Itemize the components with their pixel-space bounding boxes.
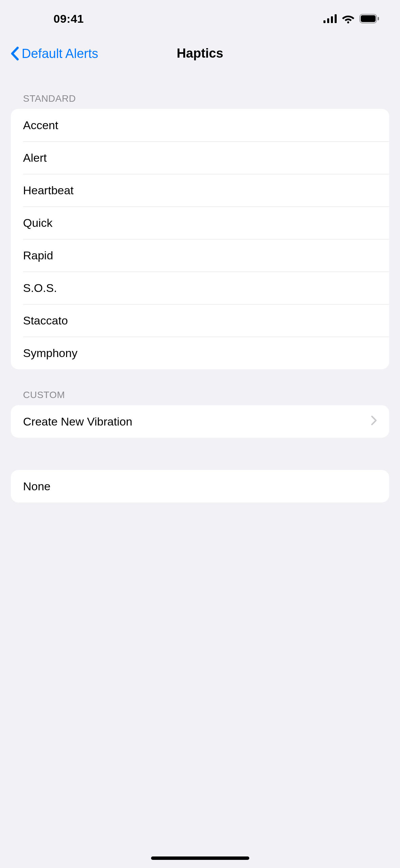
svg-rect-3 bbox=[335, 14, 337, 23]
row-label: Accent bbox=[23, 119, 58, 132]
row-label: Staccato bbox=[23, 314, 68, 327]
nav-bar: Default Alerts Haptics bbox=[0, 37, 400, 70]
row-label: Symphony bbox=[23, 347, 78, 360]
group-none: None bbox=[11, 470, 389, 502]
section-custom: CUSTOM Create New Vibration bbox=[11, 390, 389, 438]
row-label: Rapid bbox=[23, 249, 53, 262]
haptic-row-rapid[interactable]: Rapid bbox=[11, 239, 389, 272]
row-label: None bbox=[23, 480, 50, 493]
row-label: Alert bbox=[23, 151, 47, 164]
chevron-left-icon bbox=[10, 46, 20, 61]
section-header-standard: STANDARD bbox=[23, 93, 389, 104]
cellular-icon bbox=[323, 14, 337, 23]
group-custom: Create New Vibration bbox=[11, 405, 389, 438]
row-label: Heartbeat bbox=[23, 184, 73, 197]
haptic-row-staccato[interactable]: Staccato bbox=[11, 304, 389, 337]
haptic-row-accent[interactable]: Accent bbox=[11, 109, 389, 141]
row-label: Create New Vibration bbox=[23, 415, 132, 428]
haptic-row-quick[interactable]: Quick bbox=[11, 206, 389, 239]
svg-rect-7 bbox=[378, 17, 379, 20]
back-label: Default Alerts bbox=[22, 47, 98, 60]
svg-rect-6 bbox=[361, 15, 376, 22]
svg-rect-2 bbox=[331, 16, 333, 23]
status-indicators bbox=[323, 14, 380, 23]
svg-rect-0 bbox=[323, 20, 325, 23]
haptic-row-alert[interactable]: Alert bbox=[11, 141, 389, 174]
wifi-icon bbox=[342, 14, 355, 23]
status-time: 09:41 bbox=[54, 12, 84, 25]
group-standard: Accent Alert Heartbeat Quick Rapid S.O.S… bbox=[11, 109, 389, 369]
create-new-vibration-row[interactable]: Create New Vibration bbox=[11, 405, 389, 438]
svg-rect-1 bbox=[327, 18, 329, 23]
haptic-row-none[interactable]: None bbox=[11, 470, 389, 502]
row-label: S.O.S. bbox=[23, 281, 57, 295]
status-bar: 09:41 bbox=[0, 0, 400, 37]
chevron-right-icon bbox=[371, 415, 377, 428]
section-header-custom: CUSTOM bbox=[23, 390, 389, 400]
haptic-row-symphony[interactable]: Symphony bbox=[11, 337, 389, 369]
home-indicator bbox=[151, 856, 249, 860]
haptic-row-sos[interactable]: S.O.S. bbox=[11, 272, 389, 304]
svg-point-4 bbox=[347, 21, 349, 23]
row-label: Quick bbox=[23, 216, 52, 230]
section-standard: STANDARD Accent Alert Heartbeat Quick Ra… bbox=[11, 93, 389, 369]
section-none: None bbox=[11, 470, 389, 502]
haptic-row-heartbeat[interactable]: Heartbeat bbox=[11, 174, 389, 206]
back-button[interactable]: Default Alerts bbox=[10, 46, 98, 61]
battery-icon bbox=[359, 14, 380, 23]
